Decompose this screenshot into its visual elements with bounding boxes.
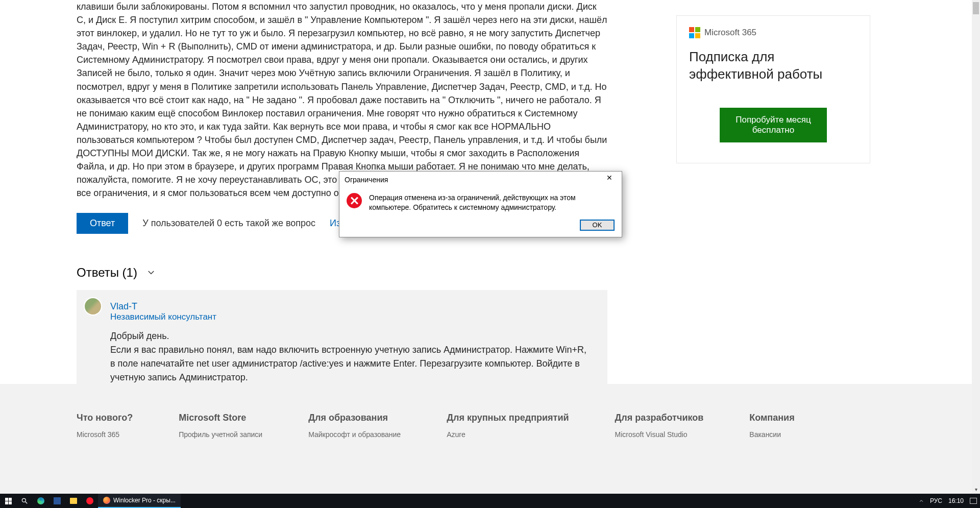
answers-heading: Ответы (1)	[77, 265, 137, 280]
clock[interactable]: 16:10	[948, 497, 964, 504]
footer-link[interactable]: Microsoft 365	[77, 430, 133, 439]
language-indicator[interactable]: РУС	[930, 497, 942, 504]
footer-h-ent: Для крупных предприятий	[447, 413, 569, 423]
taskbar-firefox-app[interactable]: Winlocker Pro - скры...	[98, 494, 181, 508]
avatar[interactable]	[84, 297, 102, 316]
vertical-scrollbar[interactable]: ▴ ▾	[972, 0, 980, 494]
ad-cta-button[interactable]: Попробуйте месяц бесплатно	[720, 108, 827, 142]
answer-p2: Если я вас правильно понял, вам надо вкл…	[110, 343, 593, 384]
tray-chevron-up-icon[interactable]	[919, 498, 924, 503]
scroll-down-icon[interactable]: ▾	[972, 486, 980, 494]
error-dialog: Ограничения ✕ Операция отменена из-за ог…	[339, 171, 622, 237]
svg-point-0	[22, 498, 26, 502]
ad-title: Подписка для эффективной работы	[689, 49, 857, 83]
author-link[interactable]: Vlad-T	[110, 301, 593, 312]
chevron-down-icon[interactable]	[146, 268, 156, 277]
answers-heading-row: Ответы (1)	[77, 265, 607, 280]
footer-link[interactable]: Azure	[447, 430, 569, 439]
error-icon	[347, 193, 362, 208]
footer-h-store: Microsoft Store	[179, 413, 262, 423]
firefox-icon	[103, 497, 110, 504]
start-button[interactable]	[0, 494, 16, 508]
scrollbar-thumb[interactable]	[973, 2, 979, 14]
dialog-message: Операция отменена из-за ограничений, дей…	[369, 193, 615, 212]
taskbar-edge-icon[interactable]	[33, 494, 49, 508]
footer-link[interactable]: Microsoft Visual Studio	[615, 430, 704, 439]
microsoft-icon	[689, 27, 700, 38]
svg-line-1	[26, 502, 28, 504]
footer-h-dev: Для разработчиков	[615, 413, 704, 423]
taskbar-app-title: Winlocker Pro - скры...	[113, 497, 176, 504]
notifications-icon[interactable]	[970, 498, 977, 504]
system-tray: РУС 16:10	[919, 497, 980, 504]
browser-content: клавиши были заблокированы. Потом я вспо…	[0, 0, 972, 494]
footer-h-company: Компания	[749, 413, 794, 423]
footer-link[interactable]: Профиль учетной записи	[179, 430, 262, 439]
taskbar: Winlocker Pro - скры... РУС 16:10	[0, 494, 980, 508]
ok-button[interactable]: OK	[580, 220, 615, 231]
taskbar-explorer-icon[interactable]	[65, 494, 82, 508]
dialog-title: Ограничения	[345, 176, 388, 184]
answer-p1: Добрый день.	[110, 329, 593, 343]
close-icon[interactable]: ✕	[600, 174, 619, 186]
taskbar-word-icon[interactable]	[49, 494, 65, 508]
taskbar-opera-icon[interactable]	[82, 494, 98, 508]
author-role: Независимый консультант	[110, 312, 593, 322]
footer-h-whatsnew: Что нового?	[77, 413, 133, 423]
footer-link[interactable]: Майкрософт и образование	[308, 430, 401, 439]
ms365-logo: Microsoft 365	[689, 27, 857, 38]
search-icon[interactable]	[16, 494, 33, 508]
ms365-brand: Microsoft 365	[704, 28, 756, 38]
same-issue-count: У пользователей 0 есть такой же вопрос	[142, 218, 315, 229]
reply-button[interactable]: Ответ	[77, 213, 128, 234]
page-footer: Что нового?Microsoft 365 Microsoft Store…	[0, 384, 972, 494]
sidebar-ad: Microsoft 365 Подписка для эффективной р…	[676, 15, 870, 163]
footer-link[interactable]: Вакансии	[749, 430, 794, 439]
question-body: клавиши были заблокированы. Потом я вспо…	[77, 0, 607, 200]
footer-h-edu: Для образования	[308, 413, 401, 423]
